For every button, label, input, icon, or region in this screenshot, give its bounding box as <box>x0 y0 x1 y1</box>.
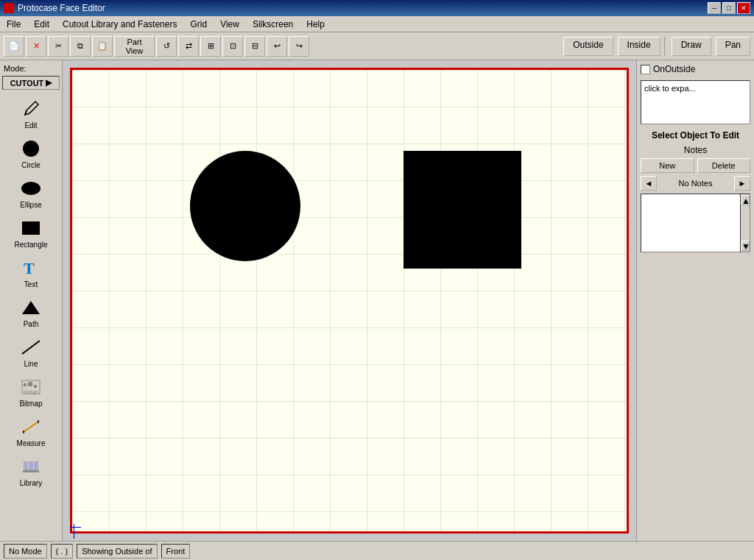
tool-edit[interactable]: Edit <box>4 94 57 132</box>
notes-label: Notes <box>641 145 750 155</box>
context-help-box[interactable]: click to expa... <box>641 80 750 124</box>
app-icon <box>4 3 14 13</box>
tool-line-label: Line <box>24 360 38 368</box>
paste-button[interactable]: 📋 <box>92 36 113 57</box>
circle-shape[interactable] <box>190 151 300 261</box>
part-view-button[interactable]: Part View <box>114 36 155 57</box>
sidebar: Mode: CUTOUT ▶ Edit Circle Ellipse <box>0 60 63 541</box>
menu-help[interactable]: Help <box>303 18 328 31</box>
on-outside-checkbox[interactable] <box>641 65 650 74</box>
svg-rect-17 <box>34 461 38 472</box>
no-notes-text: No Notes <box>659 179 732 188</box>
svg-rect-18 <box>23 470 39 472</box>
mode-badge-text: CUTOUT <box>10 79 44 88</box>
cut-button[interactable]: ✂ <box>48 36 68 57</box>
tool-rectangle-label: Rectangle <box>14 241 47 249</box>
menu-file[interactable]: File <box>4 18 24 31</box>
text-icon: T <box>19 256 43 280</box>
svg-text:Image: Image <box>24 389 38 395</box>
tool-line[interactable]: Line <box>4 333 57 371</box>
part-label: Part <box>127 38 141 46</box>
grid-button[interactable]: ⊞ <box>200 36 221 57</box>
flip-button[interactable]: ⇄ <box>178 36 199 57</box>
measure-icon <box>19 415 43 439</box>
scroll-thumb-up: ▲ <box>741 195 750 205</box>
rotate-button[interactable]: ↺ <box>156 36 177 57</box>
path-icon <box>19 296 43 319</box>
copy-button[interactable]: ⧉ <box>70 36 91 57</box>
right-panel: OnOutside click to expa... Select Object… <box>636 60 754 541</box>
tool-measure[interactable]: Measure <box>4 412 57 450</box>
notes-content[interactable] <box>641 194 750 252</box>
rectangle-icon <box>19 216 43 240</box>
snap-button[interactable]: ⊡ <box>222 36 243 57</box>
bitmap-icon: Image <box>19 375 43 399</box>
size-button[interactable]: ⊟ <box>244 36 265 57</box>
rectangle-shape[interactable] <box>404 151 521 269</box>
drawing-canvas[interactable] <box>70 68 629 534</box>
undo-button[interactable]: ↩ <box>267 36 287 57</box>
view-label: View <box>126 46 144 55</box>
tool-library[interactable]: Library <box>4 452 57 490</box>
title-bar-controls: ─ □ ✕ <box>708 2 750 14</box>
svg-rect-9 <box>28 382 32 386</box>
svg-point-1 <box>23 141 39 157</box>
svg-marker-5 <box>22 301 40 314</box>
line-icon <box>19 336 43 359</box>
status-coords: ( . ) <box>51 544 74 559</box>
maximize-button[interactable]: □ <box>722 2 736 14</box>
notes-navigation: ◄ No Notes ► <box>641 176 750 191</box>
notes-next-button[interactable]: ► <box>734 176 750 191</box>
svg-line-12 <box>24 422 38 432</box>
svg-point-2 <box>21 182 40 195</box>
mode-arrow-icon: ▶ <box>46 78 52 88</box>
redo-button[interactable]: ↪ <box>289 36 309 57</box>
outside-button[interactable]: Outside <box>563 37 613 56</box>
canvas-area[interactable] <box>63 60 636 541</box>
toolbar: 📄 ✕ ✂ ⧉ 📋 Part View ↺ ⇄ ⊞ ⊡ ⊟ ↩ ↪ Outsid… <box>0 32 754 60</box>
notes-delete-button[interactable]: Delete <box>697 158 751 173</box>
tool-bitmap-label: Bitmap <box>19 400 42 408</box>
scroll-thumb-down: ▼ <box>741 241 750 251</box>
tool-path[interactable]: Path <box>4 293 57 331</box>
svg-rect-15 <box>24 461 28 472</box>
svg-rect-10 <box>34 385 37 388</box>
svg-rect-8 <box>24 383 27 386</box>
minimize-button[interactable]: ─ <box>708 2 721 14</box>
menu-silkscreen[interactable]: Silkscreen <box>250 18 296 31</box>
main-area: Mode: CUTOUT ▶ Edit Circle Ellipse <box>0 60 754 541</box>
tool-library-label: Library <box>20 479 43 487</box>
svg-text:T: T <box>24 259 35 277</box>
close-file-button[interactable]: ✕ <box>26 36 46 57</box>
tool-bitmap[interactable]: Image Bitmap <box>4 372 57 411</box>
menu-bar: File Edit Cutout Library and Fasteners G… <box>0 16 754 32</box>
tool-circle[interactable]: Circle <box>4 134 57 172</box>
notes-prev-button[interactable]: ◄ <box>641 176 657 191</box>
draw-button[interactable]: Draw <box>672 37 711 56</box>
notes-section: Notes New Delete ◄ No Notes ► ▲ ▼ <box>641 145 750 260</box>
on-outside-row: OnOutside <box>641 64 750 74</box>
tool-rectangle[interactable]: Rectangle <box>4 213 57 252</box>
svg-rect-16 <box>29 461 33 472</box>
notes-scrollbar[interactable]: ▲ ▼ <box>740 194 750 252</box>
context-help-text: click to expa... <box>644 84 696 93</box>
pan-button[interactable]: Pan <box>716 37 750 56</box>
tool-ellipse-label: Ellipse <box>20 201 41 209</box>
inside-button[interactable]: Inside <box>618 37 660 56</box>
new-button[interactable]: 📄 <box>4 36 24 57</box>
tool-text[interactable]: T Text <box>4 253 57 291</box>
title-bar: Protocase Face Editor ─ □ ✕ <box>0 0 754 16</box>
circle-icon <box>19 137 43 160</box>
status-view: Showing Outside of <box>77 544 157 559</box>
ellipse-icon <box>19 177 43 200</box>
notes-new-button[interactable]: New <box>641 158 694 173</box>
menu-grid[interactable]: Grid <box>187 18 210 31</box>
menu-view[interactable]: View <box>217 18 242 31</box>
tool-ellipse[interactable]: Ellipse <box>4 174 57 212</box>
close-button[interactable]: ✕ <box>737 2 750 14</box>
mode-badge: CUTOUT ▶ <box>2 76 60 90</box>
menu-cutout-library[interactable]: Cutout Library and Fasteners <box>60 18 180 31</box>
tool-text-label: Text <box>24 280 38 288</box>
app-title: Protocase Face Editor <box>18 3 105 13</box>
menu-edit[interactable]: Edit <box>31 18 52 31</box>
